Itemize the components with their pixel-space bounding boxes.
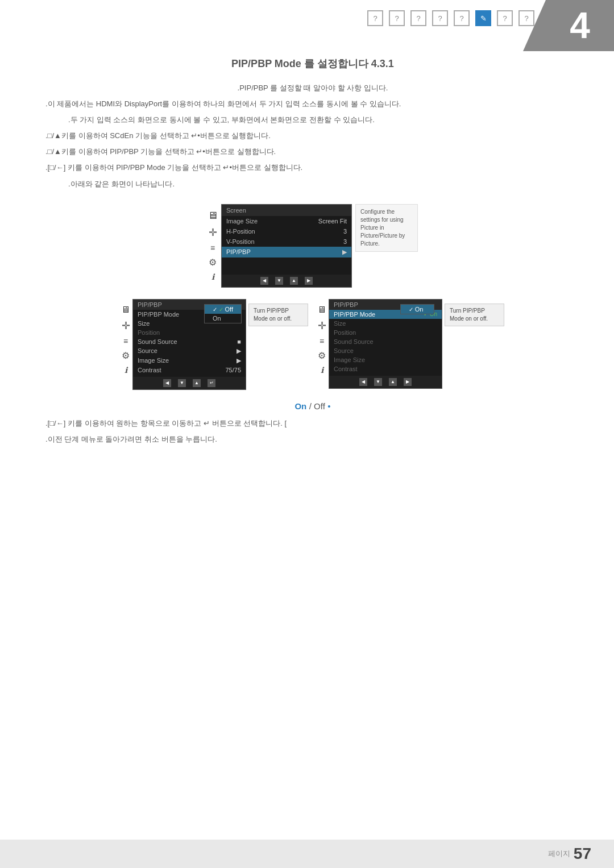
title-text: PIP/PBP Mode 를 설정합니다 bbox=[231, 58, 368, 69]
pip-label-imgsize-left: Image Size bbox=[138, 357, 169, 364]
checkmark-off: ✓ bbox=[219, 306, 225, 313]
pip-item-sound-left: Sound Source ■ bbox=[133, 337, 246, 346]
menu-value-v-position: 3 bbox=[343, 238, 347, 245]
pip-label-position-left: Position bbox=[138, 329, 160, 336]
menu-item-v-position: V-Position 3 bbox=[222, 236, 351, 247]
pip-monitor-icon-left: 🖥 bbox=[121, 305, 130, 315]
pip-nav-right-r[interactable]: ▶ bbox=[404, 378, 412, 386]
pip-gear-left: ⚙ bbox=[122, 350, 130, 361]
bullet: • bbox=[327, 401, 330, 411]
pip-sidebar-left: 🖥 ✛ ≡ ⚙ ℹ bbox=[121, 299, 130, 375]
screen-menu-screenshot: 🖥 ✛ ≡ ⚙ ℹ Screen Image Size Screen Fit H… bbox=[45, 204, 580, 288]
pip-nav-up-l[interactable]: ▲ bbox=[193, 379, 201, 387]
icon-3: ? bbox=[410, 10, 426, 26]
screen-menu-help: Configure the settings for using Picture… bbox=[355, 204, 418, 252]
chapter-corner: 4 bbox=[546, 0, 614, 51]
pip-nav-down-l[interactable]: ▼ bbox=[178, 379, 186, 387]
section-title: PIP/PBP Mode 를 설정합니다 4.3.1 bbox=[45, 57, 580, 70]
para3: .□/▲키를 이용하여 PIP/PBP 기능을 선택하고 ↵•버튼으로 실행합니… bbox=[45, 146, 580, 158]
info-icon: ℹ bbox=[211, 272, 214, 281]
pip-item-source-right: Source bbox=[329, 346, 442, 355]
pip-label-sound-right: Sound Source bbox=[334, 338, 374, 345]
pip-val-contrast-left: 75/75 bbox=[225, 367, 241, 373]
nav-btn-up[interactable]: ▲ bbox=[290, 277, 298, 285]
pip-label-size-right: Size bbox=[334, 320, 346, 327]
separator: / bbox=[309, 401, 314, 411]
screen-menu-panel: Screen Image Size Screen Fit H-Position … bbox=[221, 204, 352, 288]
popup-option-on-right[interactable]: On bbox=[401, 305, 434, 314]
nav-btn-right[interactable]: ▶ bbox=[305, 277, 313, 285]
menu-value-image-size: Screen Fit bbox=[318, 218, 347, 225]
nav-btn-left[interactable]: ◀ bbox=[260, 277, 268, 285]
pip-val-sound-left: ■ bbox=[237, 338, 241, 345]
bottom-text2: .이전 단계 메뉴로 돌아가려면 취소 버튼을 누릅니다. bbox=[45, 433, 580, 446]
popup-option-off[interactable]: ✓ Off bbox=[205, 305, 241, 314]
pip-lines-left: ≡ bbox=[123, 337, 128, 346]
pip-menu-left: PIP/PBP PIP/PBP Mode Size Position Sound… bbox=[132, 299, 246, 390]
para4b: .아래와 같은 화면이 나타납니다. bbox=[45, 178, 580, 190]
pip-item-imgsize-right: Image Size bbox=[329, 355, 442, 364]
pip-label-source-left: Source bbox=[138, 347, 157, 355]
pip-footer-left: ◀ ▼ ▲ ↵ bbox=[133, 377, 246, 389]
nav-btn-down[interactable]: ▼ bbox=[275, 277, 283, 285]
pip-item-sound-right: Sound Source bbox=[329, 337, 442, 346]
menu-item-pip-pbp[interactable]: PIP/PBP ▶ bbox=[222, 247, 351, 258]
menu-label-image-size: Image Size bbox=[226, 218, 258, 225]
subtitle-text: .PIP/PBP 를 설정할 때 알아야 할 사항 입니다. bbox=[45, 82, 580, 94]
pip-footer-right: ◀ ▼ ▲ ▶ bbox=[329, 376, 442, 388]
para1b: .두 가지 입력 소스의 화면으로 동시에 볼 수 있고, 부화면에서 본화면으… bbox=[45, 114, 580, 126]
menu-spacer bbox=[222, 258, 351, 275]
on-off-line: On / Off • bbox=[45, 401, 580, 412]
icon-active: ✎ bbox=[475, 10, 491, 26]
chapter-number: 4 bbox=[570, 5, 590, 47]
pip-item-contrast-right: Contrast bbox=[329, 364, 442, 373]
arrows-icon: ✛ bbox=[209, 226, 217, 239]
pip-tooltip-right: Turn PIP/PBP Mode on or off. bbox=[445, 304, 504, 326]
menu-label-pip-pbp: PIP/PBP bbox=[226, 248, 251, 255]
menu-item-h-position: H-Position 3 bbox=[222, 226, 351, 236]
pip-nav-left-r[interactable]: ◀ bbox=[359, 378, 367, 386]
pip-popup-right: On bbox=[400, 304, 434, 314]
pip-label-position-right: Position bbox=[334, 329, 356, 336]
menu-item-image-size: Image Size Screen Fit bbox=[222, 216, 351, 226]
pip-nav-up-r[interactable]: ▲ bbox=[389, 378, 397, 386]
pip-item-size-right: Size bbox=[329, 319, 442, 328]
icon-8: ? bbox=[518, 10, 534, 26]
menu-arrow-pip-pbp: ▶ bbox=[342, 248, 347, 256]
pip-label-contrast-left: Contrast bbox=[138, 367, 161, 373]
page-footer: 페이지 57 bbox=[0, 840, 614, 868]
page-number: 57 bbox=[574, 845, 591, 863]
popup-option-on-left[interactable]: On bbox=[205, 314, 241, 323]
pip-label-contrast-right: Contrast bbox=[334, 366, 358, 372]
para1: .이 제품에서는 HDMI와 DisplayPort를 이용하여 하나의 화면에… bbox=[45, 98, 580, 110]
main-content: PIP/PBP Mode 를 설정합니다 4.3.1 .PIP/PBP 를 설정… bbox=[0, 0, 614, 495]
page-label-text: 페이지 bbox=[548, 849, 570, 859]
pip-label-size-left: Size bbox=[138, 320, 150, 327]
pip-label-mode-right: PIP/PBP Mode bbox=[334, 311, 375, 318]
monitor-icon: 🖥 bbox=[208, 210, 218, 222]
pip-nav-down-r[interactable]: ▼ bbox=[374, 378, 382, 386]
menu-label-h-position: H-Position bbox=[226, 228, 255, 235]
pip-label-source-right: Source bbox=[334, 347, 354, 354]
pip-val-source-left: ▶ bbox=[237, 347, 241, 355]
pip-info-right: ℹ bbox=[321, 366, 323, 375]
pip-item-source-left: Source ▶ bbox=[133, 346, 246, 356]
icon-2: ? bbox=[389, 10, 405, 26]
pip-nav-left-l[interactable]: ◀ bbox=[163, 379, 171, 387]
menu-value-h-position: 3 bbox=[343, 228, 347, 235]
pip-popup-left: ✓ Off On bbox=[204, 304, 242, 323]
icon-1: ? bbox=[367, 10, 383, 26]
pip-arrows-right: ✛ bbox=[318, 319, 326, 332]
pip-sidebar-right: 🖥 ✛ ≡ ⚙ ℹ bbox=[317, 299, 326, 375]
gear-icon: ⚙ bbox=[209, 257, 217, 268]
bottom-text1: .[□/←] 키를 이용하여 원하는 항목으로 이동하고 ↵ 버튼으로 선택합니… bbox=[45, 417, 580, 430]
lines-icon: ≡ bbox=[210, 243, 215, 252]
pip-nav-enter-l[interactable]: ↵ bbox=[208, 379, 215, 387]
off-label: Off bbox=[314, 401, 325, 411]
pip-label-sound-left: Sound Source bbox=[138, 338, 177, 345]
pip-tooltip-left: Turn PIP/PBP Mode on or off. bbox=[248, 304, 308, 326]
pip-val-imgsize-left: ▶ bbox=[237, 357, 241, 364]
pip-gear-right: ⚙ bbox=[318, 350, 326, 361]
pip-block-right: 🖥 ✛ ≡ ⚙ ℹ PIP/PBP PIP/PBP Mode ✓ On Size… bbox=[317, 299, 504, 389]
pip-block-left: 🖥 ✛ ≡ ⚙ ℹ PIP/PBP PIP/PBP Mode Size Posi… bbox=[121, 299, 308, 390]
